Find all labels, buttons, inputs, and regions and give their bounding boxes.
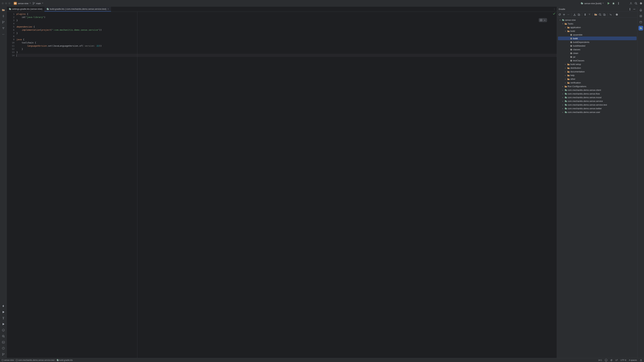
code-with-me-button[interactable] xyxy=(630,2,632,5)
file-encoding[interactable]: UTF-8 xyxy=(620,359,626,361)
traffic-close[interactable] xyxy=(2,2,4,4)
tree-twisty-icon[interactable]: ▸ xyxy=(562,104,564,106)
gradle-tree-node[interactable]: ▸com.mechanitis.demo.sense.mood xyxy=(558,95,636,99)
code-line[interactable]: languageVersion.set(JavaLanguageVersion.… xyxy=(16,44,557,47)
code-line[interactable]: dependencies { xyxy=(16,25,557,28)
gradle-tree-node[interactable]: ▸help xyxy=(558,73,636,77)
traffic-max[interactable] xyxy=(8,2,10,4)
tree-twisty-icon[interactable]: ▸ xyxy=(564,74,566,76)
gradle-download-button[interactable] xyxy=(573,13,576,16)
tree-twisty-icon[interactable]: ▸ xyxy=(564,71,566,72)
gradle-offline-button[interactable] xyxy=(609,13,612,16)
tree-twisty-icon[interactable]: ▸ xyxy=(564,67,566,69)
git-tool-button[interactable] xyxy=(1,352,6,357)
breadcrumb-item[interactable]: sense-nine xyxy=(4,359,14,361)
text-tool-button[interactable] xyxy=(1,316,6,321)
gradle-tool-button[interactable] xyxy=(638,26,643,30)
tree-twisty-icon[interactable]: ▸ xyxy=(562,111,564,113)
gradle-expand-button[interactable] xyxy=(584,13,586,16)
terminal-tool-button[interactable] xyxy=(1,340,6,345)
gradle-tree-node[interactable]: ▾build xyxy=(558,29,636,33)
line-separator[interactable]: LF xyxy=(616,359,618,361)
services-tool-button[interactable] xyxy=(1,304,6,308)
panel-options-icon[interactable] xyxy=(628,8,631,10)
editor-tab[interactable]: settings.gradle.kts (sense-nine) xyxy=(7,7,44,11)
gradle-tree-node[interactable]: ▸com.mechanitis.demo.sense.twitter xyxy=(558,107,636,110)
gradle-tree-node[interactable]: ▸application xyxy=(558,25,636,29)
gradle-tree-node[interactable]: ▸com.mechanitis.demo.sense.service.test xyxy=(558,103,636,107)
tree-twisty-icon[interactable]: ▸ xyxy=(564,26,566,28)
code-line[interactable] xyxy=(16,54,557,57)
vcs-tool-button[interactable] xyxy=(1,20,6,24)
gradle-tree-node[interactable]: ▸verification xyxy=(558,81,636,84)
tree-twisty-icon[interactable]: ▾ xyxy=(564,30,566,32)
gradle-task[interactable]: build xyxy=(558,36,636,40)
gradle-tree-node[interactable]: ▾Tasks xyxy=(558,22,636,25)
breadcrumbs[interactable]: sense-nine›com.mechanitis.demo.sense.ser… xyxy=(2,359,73,361)
gradle-settings-button[interactable] xyxy=(616,13,618,16)
indent-settings[interactable]: 4 spaces xyxy=(629,359,637,361)
database-button[interactable] xyxy=(638,20,643,24)
gradle-analyze-button[interactable] xyxy=(603,13,606,16)
problems-tool-button[interactable] xyxy=(1,346,6,351)
readonly-lock-icon[interactable] xyxy=(640,359,642,362)
find-tool-button[interactable] xyxy=(1,334,6,339)
code-line[interactable]: } xyxy=(16,51,557,54)
tree-twisty-icon[interactable]: ▸ xyxy=(562,108,564,109)
project-selector[interactable]: SN sense-nine xyxy=(14,2,31,5)
tree-twisty-icon[interactable]: ▸ xyxy=(562,89,564,91)
alias-icon[interactable]: @ xyxy=(610,359,613,362)
gradle-tree-node[interactable]: ▸com.mechanitis.demo.sense.client xyxy=(558,88,636,92)
ai-assistant-button[interactable] xyxy=(638,14,643,18)
code-line[interactable]: toolchain { xyxy=(16,41,557,44)
code-line[interactable]: id("java-library") xyxy=(16,15,557,19)
build-tool-button[interactable] xyxy=(1,322,6,327)
gradle-collapse-button[interactable] xyxy=(588,13,591,16)
gradle-tree-node[interactable]: ▸documentation xyxy=(558,70,636,73)
tree-twisty-icon[interactable]: ▸ xyxy=(564,63,566,65)
run-config-selector[interactable]: sense-nine [build] xyxy=(580,2,605,5)
code-line[interactable]: implementation(project(":com.mechanitis.… xyxy=(16,28,557,31)
breadcrumb-item[interactable]: com.mechanitis.demo.sense.service.test xyxy=(18,359,54,361)
notifications-button[interactable] xyxy=(638,8,643,12)
gradle-task[interactable]: clean xyxy=(558,51,636,55)
close-icon[interactable]: ✕ xyxy=(544,19,546,21)
code-line[interactable]: plugins { xyxy=(16,12,557,15)
gradle-remove-button[interactable] xyxy=(567,13,570,16)
more-tool-button[interactable]: ⋯ xyxy=(1,32,6,36)
caret-position[interactable]: 14:1 xyxy=(598,359,602,361)
code-line[interactable]: java { xyxy=(16,38,557,41)
gradle-tree-node[interactable]: ▸other xyxy=(558,77,636,81)
commit-tool-button[interactable] xyxy=(1,14,6,18)
code-line[interactable] xyxy=(16,35,557,38)
code-area[interactable]: ✕ plugins { id("java-library")}dependenc… xyxy=(16,12,557,358)
gradle-task[interactable]: jar xyxy=(558,55,636,59)
window-controls[interactable] xyxy=(2,2,10,4)
gradle-tree-node[interactable]: ▸Run Configurations xyxy=(558,84,636,88)
close-icon[interactable]: ✕ xyxy=(107,8,109,10)
tree-twisty-icon[interactable]: ▸ xyxy=(562,96,564,98)
tree-twisty-icon[interactable]: ▾ xyxy=(559,19,561,21)
tree-twisty-icon[interactable]: ▸ xyxy=(562,85,564,87)
editor-tab[interactable]: build.gradle.kts (:com.mechanitis.demo.s… xyxy=(44,7,111,11)
smile-tool-button[interactable] xyxy=(1,328,6,333)
more-actions-button[interactable] xyxy=(617,2,620,5)
smile-icon[interactable] xyxy=(605,359,608,362)
tree-twisty-icon[interactable]: ▸ xyxy=(562,100,564,102)
gradle-tree-node[interactable]: ▸build setup xyxy=(558,62,636,66)
tree-twisty-icon[interactable]: ▸ xyxy=(564,82,566,84)
gradle-attach-button[interactable] xyxy=(578,13,580,16)
gradle-tree-node[interactable]: ▸com.mechanitis.demo.sense.service xyxy=(558,99,636,103)
run-button[interactable] xyxy=(607,2,610,5)
tree-twisty-icon[interactable]: ▸ xyxy=(562,93,564,95)
ide-settings-button[interactable] xyxy=(640,2,642,5)
panel-minimize-icon[interactable] xyxy=(633,8,636,10)
tree-twisty-icon[interactable]: ▸ xyxy=(564,78,566,80)
gradle-refresh-button[interactable] xyxy=(558,13,561,16)
debug-button[interactable] xyxy=(612,2,615,5)
gradle-add-button[interactable] xyxy=(563,13,565,16)
gradle-task[interactable]: assemble xyxy=(558,33,636,36)
ai-hint-widget[interactable]: ✕ xyxy=(539,18,547,22)
editor-tabs-more[interactable]: ⋮ xyxy=(552,7,557,11)
gradle-task[interactable]: buildDependents xyxy=(558,40,636,44)
